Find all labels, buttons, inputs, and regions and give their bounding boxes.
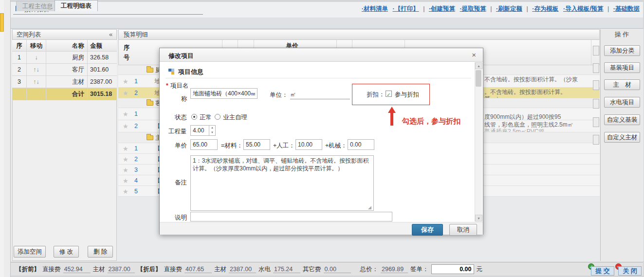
unit-price-input[interactable] xyxy=(190,139,218,150)
add-category-button[interactable]: 添加分类 xyxy=(604,45,640,56)
base-decoration-item-button[interactable]: 基装项目 xyxy=(604,62,640,73)
plumbing-electric-item-button[interactable]: 水电项目 xyxy=(604,97,640,108)
row-side-button[interactable] xyxy=(593,46,599,55)
spinner-down-icon[interactable]: ▼ xyxy=(209,130,215,135)
direct-fee-label: 直接费 xyxy=(42,265,61,274)
main-material-label: 主材 xyxy=(214,265,226,274)
section-title: 项目信息 xyxy=(178,68,203,76)
amount-cell: 301.60 xyxy=(88,64,117,75)
other-fee-label: 其它费 xyxy=(303,265,321,274)
col-header-seq: 序 xyxy=(12,40,27,51)
row-number[interactable]: 1 xyxy=(134,78,138,85)
row-side-button[interactable] xyxy=(593,99,599,109)
toolbar-link-save-template[interactable]: ·存为模板 xyxy=(532,5,558,12)
custom-base-decoration-button[interactable]: 自定义基装 xyxy=(604,114,640,125)
dialog-close-icon[interactable]: × xyxy=(472,51,476,59)
modify-space-button[interactable]: 修 改 xyxy=(54,246,79,258)
remark-cell: 不含地砖。按投影面积计算。（沙浆 xyxy=(484,76,589,83)
remark-textarea[interactable]: 1：3水泥砂浆铺底，对缝、调平、铺贴地砖。不含地砖。按投影面积计算。（沙浆厚度3… xyxy=(190,155,374,211)
row-side-button[interactable] xyxy=(593,117,599,127)
folder-icon[interactable] xyxy=(147,68,153,73)
row-side-button[interactable] xyxy=(593,63,599,73)
move-down-icon[interactable]: ↓ xyxy=(37,66,39,73)
dialog-header[interactable] xyxy=(160,48,483,62)
total-price-value: 2969.89 xyxy=(381,266,408,273)
folder-icon[interactable] xyxy=(147,135,153,140)
toolbar-link-create-budget[interactable]: ·创建预算 xyxy=(429,5,455,12)
custom-main-material-button[interactable]: 自定义主材 xyxy=(604,132,640,143)
favorite-star-icon[interactable]: ★ xyxy=(123,89,129,96)
unit-value-field[interactable]: ㎡ xyxy=(290,91,350,99)
toolbar-link-print[interactable]: ·【打印】 xyxy=(392,5,419,12)
space-row-main-material[interactable]: 3 ↑↓ 主材 2387.00 xyxy=(12,76,117,88)
material-input[interactable] xyxy=(243,139,270,150)
scroll-down-icon[interactable]: ▼ xyxy=(475,215,482,222)
remark-cell: 线管，彩色底盒，照明主线2.5m㎡普通插座2.5m㎡PVC管 xyxy=(484,121,589,132)
row-number[interactable]: 3 xyxy=(134,166,138,173)
budget-detail-header: 预算明细 xyxy=(118,29,600,40)
unit-price-label: 单价 xyxy=(175,142,187,150)
row-number[interactable]: 1 xyxy=(134,145,138,152)
item-name-label: 项目名 xyxy=(170,82,189,90)
favorite-star-icon[interactable]: ★ xyxy=(123,177,129,184)
move-down-icon[interactable]: ↓ xyxy=(35,54,37,61)
dialog-scrollbar[interactable]: ▲ ▼ xyxy=(475,62,482,222)
row-side-button[interactable] xyxy=(593,80,599,90)
tab-project-detail-sheet[interactable]: 工程明细表 xyxy=(55,0,98,11)
seq-cell xyxy=(12,88,27,100)
space-row-livingroom[interactable]: 2 ↑↓ 客厅 301.60 xyxy=(12,64,117,76)
toolbar-link-base-data[interactable]: ·基础数据 xyxy=(613,5,640,12)
status-label: 状态 xyxy=(175,113,187,122)
space-row-total: 合计 3015.18 xyxy=(12,88,117,100)
required-mark: * xyxy=(166,82,168,89)
submit-button[interactable]: 提 交 xyxy=(591,266,614,276)
description-input[interactable] xyxy=(190,212,392,222)
row-side-button[interactable] xyxy=(593,135,599,145)
name-cell: 厨房 xyxy=(46,52,88,63)
toolbar-link-extract-budget[interactable]: ·提取预算 xyxy=(460,5,486,12)
favorite-star-icon[interactable]: ★ xyxy=(123,155,129,163)
favorite-star-icon[interactable]: ★ xyxy=(123,166,129,173)
machine-input[interactable] xyxy=(348,139,374,150)
row-number[interactable]: 4 xyxy=(134,177,138,184)
save-button[interactable]: 保存 xyxy=(412,224,443,236)
annotation-text: 勾选后，参与折扣 xyxy=(402,117,460,126)
folder-icon[interactable] xyxy=(147,101,153,106)
favorite-star-icon[interactable]: ★ xyxy=(123,187,129,195)
row-number[interactable]: 1 xyxy=(134,111,138,117)
main-material-button[interactable]: 主 材 xyxy=(604,79,640,90)
tab-project-main-info[interactable]: 工程主信息 xyxy=(16,1,59,11)
add-space-button[interactable]: 添加空间 xyxy=(14,246,46,258)
item-name-input[interactable] xyxy=(190,88,258,99)
scroll-up-icon[interactable]: ▲ xyxy=(475,62,482,69)
space-row-kitchen[interactable]: 1 ↓ 厨房 326.58 xyxy=(12,52,117,64)
row-number[interactable]: 5 xyxy=(134,188,138,195)
row-number[interactable]: 2 xyxy=(134,90,138,96)
delete-space-button[interactable]: 删 除 xyxy=(88,246,113,258)
toolbar-link-material-list[interactable]: ·材料清单 xyxy=(362,5,388,12)
favorite-star-icon[interactable]: ★ xyxy=(123,77,129,85)
row-number[interactable]: 2 xyxy=(134,123,138,129)
resize-handle-icon[interactable]: ◢ xyxy=(368,205,371,210)
collapse-panel-icon[interactable]: « xyxy=(109,31,112,38)
row-number[interactable]: 2 xyxy=(134,156,138,163)
close-button[interactable]: 关 闭 xyxy=(618,266,642,276)
labor-input[interactable] xyxy=(295,139,322,150)
favorite-star-icon[interactable]: ★ xyxy=(123,123,129,130)
toolbar-separator: | xyxy=(607,5,609,12)
move-cell xyxy=(27,88,46,100)
favorite-star-icon[interactable]: ★ xyxy=(123,145,129,152)
toolbar-link-import-template[interactable]: ·导入模板/预算 xyxy=(563,5,604,12)
status-radio-owner[interactable] xyxy=(215,114,221,120)
section-icon xyxy=(168,69,174,74)
sign-amount-input[interactable] xyxy=(431,264,474,274)
toolbar-link-refresh-quota[interactable]: ·刷新定额 xyxy=(496,5,522,12)
discount-checkbox[interactable]: ✓ xyxy=(386,91,392,97)
favorite-star-icon[interactable]: ★ xyxy=(123,111,129,118)
cancel-button[interactable]: 取消 xyxy=(449,224,477,236)
spinner-up-icon[interactable]: ▲ xyxy=(209,126,215,130)
status-radio-normal[interactable] xyxy=(191,114,197,120)
scrollbar-thumb[interactable] xyxy=(476,70,481,87)
collapsed-side-tab[interactable] xyxy=(0,13,4,32)
move-down-icon[interactable]: ↓ xyxy=(37,78,39,85)
